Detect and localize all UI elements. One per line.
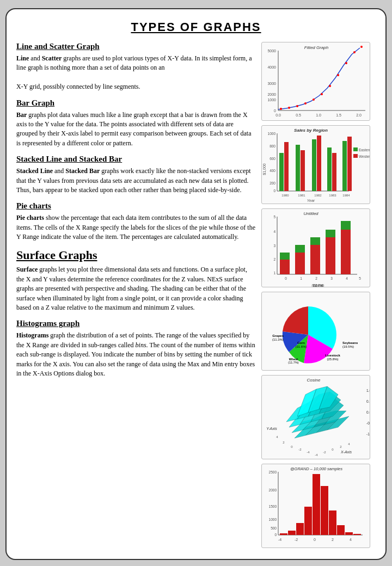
svg-point-15 <box>288 107 290 109</box>
svg-text:2500: 2500 <box>269 470 277 474</box>
svg-text:Grapes: Grapes <box>272 334 284 337</box>
svg-text:(25.8%): (25.8%) <box>327 358 338 361</box>
svg-text:0: 0 <box>274 533 277 537</box>
section-histogram: Histograms graph Histograms graph the di… <box>16 319 256 378</box>
section-title-stacked: Stacked Line and Stacked Bar <box>16 155 256 164</box>
svg-rect-148 <box>329 510 336 535</box>
svg-text:2.0: 2.0 <box>356 113 362 117</box>
svg-text:(11.7%): (11.7%) <box>288 361 298 364</box>
svg-text:1984: 1984 <box>342 194 350 197</box>
svg-text:0: 0 <box>273 189 275 193</box>
svg-text:Soybeans: Soybeans <box>342 341 358 344</box>
svg-point-23 <box>353 51 356 53</box>
svg-rect-45 <box>312 139 316 191</box>
svg-text:5000: 5000 <box>267 49 276 53</box>
svg-text:-0.5: -0.5 <box>366 421 370 425</box>
svg-rect-47 <box>327 147 332 191</box>
svg-text:500: 500 <box>271 526 277 530</box>
svg-text:X-Axis: X-Axis <box>340 450 352 454</box>
svg-text:2000: 2000 <box>269 488 277 492</box>
svg-text:3: 3 <box>273 244 275 248</box>
section-title-bar-graph: Bar Graph <box>16 99 256 108</box>
svg-point-19 <box>321 93 323 95</box>
svg-rect-41 <box>279 153 284 191</box>
right-column: Fitted Graph 5000 4000 3000 2000 1000 0 … <box>261 42 376 548</box>
svg-text:1.0: 1.0 <box>366 389 370 392</box>
section-title-histogram: Histograms graph <box>16 319 256 328</box>
pie-graph-panel: Corn (31.6%) Grapes (11.3%) Wheat (11.7%… <box>261 292 370 371</box>
svg-rect-44 <box>301 150 305 191</box>
svg-text:0: 0 <box>285 276 287 280</box>
svg-text:-4: -4 <box>315 453 318 457</box>
svg-rect-69 <box>280 260 290 274</box>
section-surface: Surface Graphs Surface graphs let you pl… <box>16 248 256 312</box>
svg-point-21 <box>337 74 339 76</box>
svg-text:200: 200 <box>270 181 275 185</box>
svg-text:4: 4 <box>346 276 348 280</box>
svg-text:2000: 2000 <box>267 93 276 96</box>
section-line-scatter: Line and Scatter Graph Line and Scatter … <box>16 42 256 92</box>
svg-rect-49 <box>342 141 347 191</box>
svg-rect-145 <box>304 507 312 535</box>
svg-text:5: 5 <box>359 276 361 280</box>
svg-text:1000: 1000 <box>268 132 276 136</box>
svg-text:-2: -2 <box>298 448 302 451</box>
bar-graph-panel: Sales by Region $1,000 1000 800 600 400 … <box>261 125 370 204</box>
svg-text:1500: 1500 <box>269 505 277 508</box>
svg-text:(11.7%): (11.7%) <box>312 284 324 287</box>
svg-text:0: 0 <box>314 538 316 542</box>
svg-text:Eastern: Eastern <box>359 148 370 152</box>
svg-rect-70 <box>280 253 290 260</box>
svg-text:1981: 1981 <box>298 194 305 197</box>
svg-text:1000: 1000 <box>267 98 276 102</box>
svg-rect-149 <box>337 525 345 535</box>
svg-text:1.0: 1.0 <box>316 113 321 117</box>
svg-text:0: 0 <box>332 448 334 451</box>
svg-text:1.5: 1.5 <box>336 113 341 117</box>
svg-rect-75 <box>326 237 335 274</box>
svg-point-24 <box>360 46 363 48</box>
section-body-line-scatter: Line and Scatter graphs are used to plot… <box>16 54 256 92</box>
svg-text:1: 1 <box>273 271 275 275</box>
svg-rect-144 <box>296 523 304 535</box>
svg-text:0: 0 <box>274 109 276 113</box>
section-pie: Pie charts Pie charts show the percentag… <box>16 201 256 242</box>
page: TYPES OF GRAPHS Line and Scatter Graph L… <box>5 8 387 560</box>
svg-text:(31.6%): (31.6%) <box>295 345 307 348</box>
svg-text:Untitled: Untitled <box>303 211 318 216</box>
svg-text:@GRAND – 10,000 samples: @GRAND – 10,000 samples <box>290 466 342 471</box>
stacked-graph-panel: Untitled 5 4 3 2 1 0 1 2 3 4 5 <box>261 208 370 287</box>
svg-text:800: 800 <box>270 144 275 148</box>
svg-text:2: 2 <box>283 441 285 444</box>
svg-text:Livestock: Livestock <box>325 354 340 357</box>
svg-text:(19.5%): (19.5%) <box>342 345 354 348</box>
content-layout: Line and Scatter Graph Line and Scatter … <box>16 42 376 548</box>
svg-text:4000: 4000 <box>267 65 276 69</box>
svg-text:4: 4 <box>276 435 278 439</box>
svg-text:4: 4 <box>273 230 275 233</box>
section-body-histogram: Histograms graph the distribution of a s… <box>16 331 256 378</box>
svg-rect-72 <box>295 245 305 253</box>
svg-rect-78 <box>341 221 351 230</box>
svg-text:-4: -4 <box>278 538 281 542</box>
section-body-stacked: Stacked Line and Stacked Bar graphs work… <box>16 167 256 195</box>
svg-point-18 <box>313 99 315 101</box>
svg-text:400: 400 <box>270 169 275 173</box>
svg-rect-74 <box>310 237 320 245</box>
svg-text:1982: 1982 <box>314 194 322 197</box>
svg-text:2: 2 <box>340 445 342 448</box>
svg-rect-43 <box>296 145 300 191</box>
svg-text:0.5: 0.5 <box>296 113 301 117</box>
svg-rect-46 <box>317 136 321 191</box>
svg-text:-2: -2 <box>323 451 326 454</box>
svg-text:4: 4 <box>350 538 352 542</box>
svg-rect-146 <box>313 474 320 535</box>
svg-rect-48 <box>332 153 336 191</box>
svg-point-17 <box>304 102 307 104</box>
svg-text:-2: -2 <box>295 538 298 542</box>
svg-text:4: 4 <box>348 442 350 446</box>
surface-graph-svg: Cosine 1.0 0.5 0.0 -0.5 -1.0 Y-Axis 4 2 … <box>262 376 370 459</box>
bar-graph-svg: Sales by Region $1,000 1000 800 600 400 … <box>262 126 370 204</box>
svg-text:0: 0 <box>291 445 293 448</box>
section-title-surface: Surface Graphs <box>16 248 256 262</box>
